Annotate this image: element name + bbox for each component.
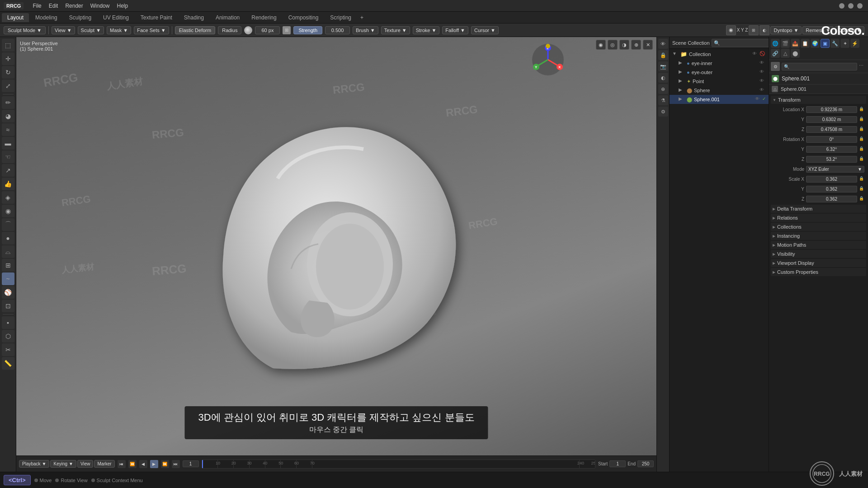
minimize-button[interactable]	[839, 3, 844, 9]
prop-tab-modifier[interactable]: 🔧	[830, 39, 840, 48]
outliner-point[interactable]: ▶ ✦ Point 👁	[670, 77, 769, 86]
left-tool-rotate[interactable]: ↻	[2, 66, 14, 79]
menu-window[interactable]: Window	[87, 2, 113, 10]
props-filter-icon[interactable]: ⚙	[771, 62, 780, 71]
vis-view-icon[interactable]: 👁	[752, 51, 759, 57]
radius-toggle[interactable]: ⊞	[283, 26, 291, 34]
viewport[interactable]: RRCG 人人素材 RRCG 人人素材 RRCG RRCG RRCG 人人素材 …	[16, 37, 656, 455]
menu-file[interactable]: File	[29, 2, 45, 10]
prop-tab-view-layer[interactable]: 📋	[801, 39, 810, 48]
outliner-sphere[interactable]: ▶ ⬤ Sphere 👁	[670, 86, 769, 95]
visibility-header[interactable]: ▶ Visibility	[771, 250, 866, 258]
next-keyframe-button[interactable]: ⏩	[161, 460, 169, 468]
view-dropdown[interactable]: View▼	[52, 26, 75, 34]
outliner-collection[interactable]: ▼ 📁 Collection 👁 🚫	[670, 50, 769, 59]
left-tool-pinch[interactable]: ◈	[2, 191, 14, 204]
rotation-z-value[interactable]: 53.2°	[806, 156, 857, 163]
left-tool-inflate[interactable]: ◉	[2, 205, 14, 217]
left-tool-snake-hook[interactable]: ↗	[2, 164, 14, 177]
rotation-x-lock[interactable]: 🔒	[859, 136, 864, 142]
outliner-sphere-001[interactable]: ▶ ⬤ Sphere.001 👁 ✓	[670, 95, 769, 104]
timeline-view-dropdown[interactable]: View	[77, 460, 94, 468]
shading-toggle[interactable]: ◐	[760, 25, 769, 35]
left-tool-blob[interactable]: ●	[2, 232, 14, 244]
timeline-scrubber[interactable]: 10 20 30 40 50 60 70 240 250	[202, 460, 595, 469]
jump-end-button[interactable]: ⏭	[172, 460, 180, 468]
rt-lock-btn[interactable]: 🔒	[658, 50, 668, 60]
cursor-dropdown[interactable]: Cursor▼	[471, 26, 499, 34]
prop-tab-particles[interactable]: ✦	[840, 39, 849, 48]
custom-properties-header[interactable]: ▶ Custom Properties	[771, 268, 866, 276]
playback-dropdown[interactable]: Playback▼	[19, 460, 49, 468]
left-tool-select[interactable]: ⬚	[2, 39, 14, 52]
prop-tab-constraints[interactable]: 🔗	[771, 49, 780, 58]
prop-tab-material[interactable]: ⬤	[791, 49, 800, 58]
motion-paths-header[interactable]: ▶ Motion Paths	[771, 241, 866, 249]
left-tool-smooth[interactable]: ≈	[2, 123, 14, 136]
play-button[interactable]: ▶	[150, 460, 158, 468]
sphere-view-icon[interactable]: 👁	[760, 87, 766, 94]
location-z-value[interactable]: 0.47508 m	[806, 126, 857, 133]
prev-keyframe-button[interactable]: ⏪	[128, 460, 137, 468]
rt-camera-btn[interactable]: 📷	[658, 61, 668, 71]
rotation-z-lock[interactable]: 🔒	[859, 156, 864, 162]
play-reverse-button[interactable]: ◀	[139, 460, 147, 468]
left-tool-grab[interactable]: ☜	[2, 150, 14, 163]
location-z-lock[interactable]: 🔒	[859, 127, 864, 132]
current-frame-input[interactable]: 1	[183, 460, 199, 467]
props-expand-icon[interactable]: ⋯	[859, 63, 866, 70]
marker-dropdown[interactable]: Marker	[94, 460, 114, 468]
tab-shading[interactable]: Shading	[179, 13, 209, 22]
rotation-x-value[interactable]: 0°	[806, 136, 857, 143]
prop-tab-world[interactable]: 🌍	[811, 39, 820, 48]
relations-header[interactable]: ▶ Relations	[771, 214, 866, 222]
elastic-deform-tool[interactable]: Elastic Deform	[175, 26, 216, 34]
tab-rendering[interactable]: Rendering	[246, 13, 282, 22]
left-tool-crease[interactable]: ⌒	[2, 218, 14, 231]
scale-y-lock[interactable]: 🔒	[859, 186, 864, 192]
rotation-mode-dropdown[interactable]: XYZ Euler ▼	[806, 166, 864, 173]
sync-button[interactable]: ⊞	[749, 25, 759, 35]
left-tool-thumb[interactable]: 👍	[2, 178, 14, 190]
add-workspace-button[interactable]: +	[358, 14, 366, 22]
viewport-overlay[interactable]: ⊕	[631, 40, 641, 50]
mask-dropdown[interactable]: Mask▼	[107, 26, 131, 34]
instancing-header[interactable]: ▶ Instancing	[771, 232, 866, 240]
rt-overlay-btn[interactable]: ⊕	[658, 84, 668, 94]
collections-header[interactable]: ▶ Collections	[771, 223, 866, 231]
viewport-shading-solid[interactable]: ◉	[596, 40, 606, 50]
tab-modeling[interactable]: Modeling	[30, 13, 63, 22]
left-tool-pose[interactable]: ⚾	[2, 286, 14, 299]
eye-outer-view-icon[interactable]: 👁	[760, 69, 766, 75]
scale-z-value[interactable]: 0.362	[806, 196, 857, 202]
overlay-toggle[interactable]: ◉	[726, 25, 736, 35]
viewport-display-header[interactable]: ▶ Viewport Display	[771, 259, 866, 267]
left-tool-elastic[interactable]: ~	[2, 272, 14, 285]
prop-tab-render[interactable]: 🎬	[781, 39, 790, 48]
brush-dropdown[interactable]: Brush▼	[353, 26, 378, 34]
prop-tab-scene[interactable]: 🌐	[771, 39, 780, 48]
left-tool-move[interactable]: ✛	[2, 52, 14, 65]
restore-button[interactable]	[848, 3, 854, 9]
vis-hide-icon[interactable]: 🚫	[760, 51, 766, 57]
orientation-gizmo[interactable]: Z X Y	[530, 42, 566, 78]
sculpt-dropdown[interactable]: Sculpt▼	[78, 26, 104, 34]
left-tool-draw[interactable]: ✏	[2, 96, 14, 109]
left-tool-flatten[interactable]: ▬	[2, 137, 14, 150]
rt-filter-btn[interactable]: ⚗	[658, 95, 668, 105]
left-tool-boundary[interactable]: ⊡	[2, 300, 14, 312]
menu-edit[interactable]: Edit	[45, 2, 62, 10]
viewport-shading-material[interactable]: ◎	[608, 40, 618, 50]
jump-start-button[interactable]: ⏮	[118, 460, 126, 468]
scale-y-value[interactable]: 0.362	[806, 186, 857, 192]
left-tool-multires[interactable]: ⊞	[2, 259, 14, 272]
radius-value[interactable]: 60 px	[255, 26, 280, 34]
sphere001-view-icon[interactable]: 👁	[755, 96, 761, 103]
sculpt-mode-dropdown[interactable]: Sculpt Mode ▼	[4, 26, 46, 34]
delta-transform-header[interactable]: ▶ Delta Transform	[771, 205, 866, 213]
prop-tab-data[interactable]: △	[781, 49, 790, 58]
left-tool-measure[interactable]: 📏	[2, 357, 14, 370]
left-tool-trim[interactable]: ✂	[2, 343, 14, 356]
xyz-toggle[interactable]: X Y Z	[737, 28, 748, 33]
props-search-input[interactable]	[782, 63, 857, 70]
